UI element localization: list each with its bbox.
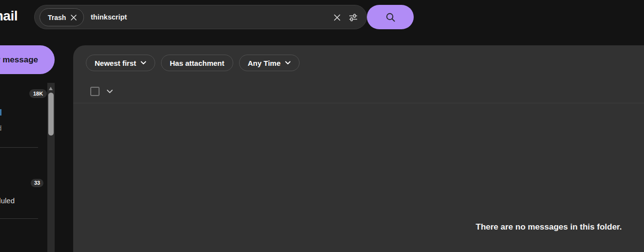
time-range-label: Any Time <box>248 59 281 67</box>
select-all-row <box>90 87 113 96</box>
search-input[interactable]: thinkscript <box>91 5 127 29</box>
scope-chip-label: Trash <box>48 14 66 21</box>
search-options-icon[interactable] <box>347 11 360 24</box>
sidebar-divider <box>0 147 38 148</box>
cropped-text-fragment: d <box>0 124 3 132</box>
empty-folder-message: There are no messages in this folder. <box>476 222 622 232</box>
time-range-filter-button[interactable]: Any Time <box>239 55 300 71</box>
remove-scope-icon[interactable] <box>70 14 77 21</box>
new-message-button[interactable]: New message <box>0 45 55 74</box>
sort-order-label: Newest first <box>95 59 136 67</box>
logo-text: Fastmail <box>0 8 18 24</box>
scheduled-label: Scheduled <box>0 196 15 206</box>
sidebar-item-scheduled[interactable]: Scheduled <box>0 196 15 206</box>
cropped-link-fragment <box>0 109 1 116</box>
sidebar-divider <box>0 218 38 219</box>
list-header-divider <box>73 103 644 103</box>
scrollbar-thumb[interactable] <box>48 93 54 136</box>
scrollbar-up-arrow-icon[interactable] <box>49 87 53 90</box>
search-scope-chip[interactable]: Trash <box>40 8 84 26</box>
chevron-down-icon <box>285 61 291 65</box>
has-attachment-label: Has attachment <box>170 59 224 67</box>
sort-order-filter-button[interactable]: Newest first <box>86 55 155 71</box>
search-icon <box>385 12 396 23</box>
search-bar[interactable]: Trash thinkscript <box>34 5 367 29</box>
app-window: Fastmail Trash thinkscript <box>0 0 644 252</box>
clear-search-icon[interactable] <box>331 12 343 23</box>
folder-count-badge-18k: 18K <box>29 89 47 98</box>
select-all-checkbox[interactable] <box>90 87 100 96</box>
message-list-panel: Newest first Has attachment Any Time <box>73 45 644 252</box>
filter-toolbar: Newest first Has attachment Any Time <box>86 55 300 71</box>
new-message-label: New message <box>0 55 38 65</box>
search-button[interactable] <box>367 5 414 29</box>
chevron-down-icon <box>141 61 146 65</box>
fastmail-logo: Fastmail <box>0 6 18 26</box>
sidebar-scrollbar[interactable] <box>47 83 55 252</box>
has-attachment-filter-button[interactable]: Has attachment <box>161 55 233 71</box>
select-menu-chevron-icon[interactable] <box>106 89 113 94</box>
folder-count-badge-33: 33 <box>31 179 43 187</box>
